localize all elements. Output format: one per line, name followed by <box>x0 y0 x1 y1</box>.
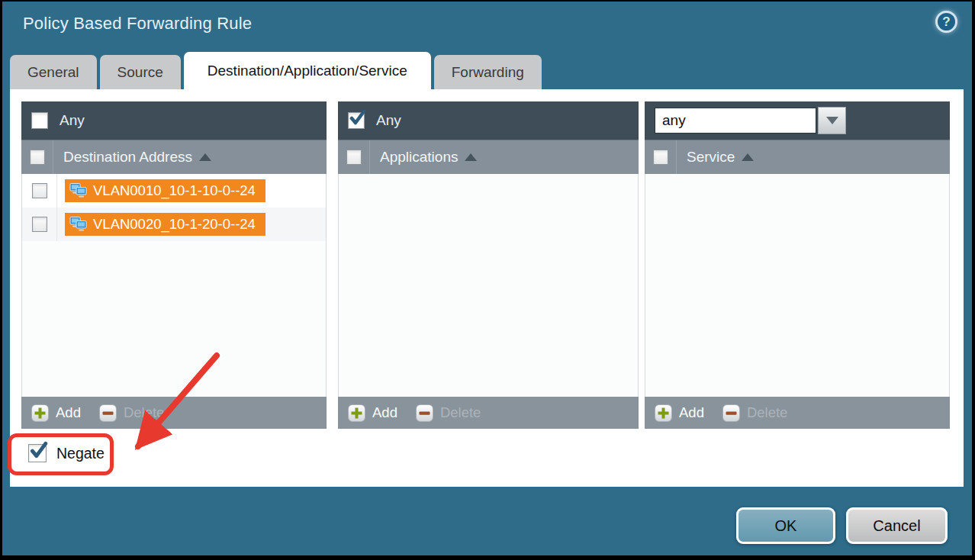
address-object-label: VLAN0020_10-1-20-0--24 <box>93 216 256 233</box>
address-object-label: VLAN0010_10-1-10-0--24 <box>93 182 256 199</box>
tab-content-panel: Any Destination Address VLAN0010_10-1-10… <box>10 89 964 487</box>
cancel-button[interactable]: Cancel <box>846 507 948 544</box>
sort-asc-icon[interactable] <box>199 153 211 161</box>
delete-icon <box>722 404 740 422</box>
applications-any-label: Any <box>376 112 401 129</box>
applications-column: Any Applications Add Delete <box>338 101 639 429</box>
row-checkbox[interactable] <box>32 217 47 232</box>
destination-column-header: Destination Address <box>21 140 327 174</box>
service-select-all-checkbox[interactable] <box>653 150 668 165</box>
destination-select-all-checkbox[interactable] <box>30 150 45 165</box>
policy-based-forwarding-dialog: Policy Based Forwarding Rule ? General S… <box>2 2 972 555</box>
tab-source[interactable]: Source <box>100 55 181 89</box>
delete-button-label: Delete <box>747 404 787 421</box>
tab-forwarding[interactable]: Forwarding <box>434 55 542 89</box>
tab-bar: General Source Destination/Application/S… <box>10 52 542 89</box>
delete-button-label: Delete <box>124 404 164 421</box>
delete-icon <box>99 404 117 422</box>
tab-destination-application-service[interactable]: Destination/Application/Service <box>184 52 431 89</box>
destination-action-bar: Add Delete <box>21 397 327 429</box>
service-dropdown-value[interactable]: any <box>655 108 816 134</box>
add-icon <box>31 404 49 422</box>
service-delete-button[interactable]: Delete <box>722 404 787 422</box>
add-button-label: Add <box>679 404 704 421</box>
destination-any-label: Any <box>60 112 85 129</box>
add-button-label: Add <box>56 404 81 421</box>
negate-checkbox[interactable] <box>28 444 47 462</box>
dropdown-arrow-button[interactable] <box>818 107 846 134</box>
service-list <box>645 174 950 397</box>
ok-button[interactable]: OK <box>736 507 835 544</box>
applications-list <box>338 174 639 397</box>
applications-any-checkbox[interactable] <box>348 112 365 129</box>
help-icon[interactable]: ? <box>935 11 957 33</box>
destination-address-column: Any Destination Address VLAN0010_10-1-10… <box>21 101 327 429</box>
sort-asc-icon[interactable] <box>742 153 754 161</box>
destination-delete-button[interactable]: Delete <box>99 404 164 422</box>
service-column: any Service Add <box>645 101 950 429</box>
sort-asc-icon[interactable] <box>465 153 477 161</box>
checkmark-icon <box>348 108 366 127</box>
row-checkbox[interactable] <box>32 183 47 198</box>
add-icon <box>655 404 672 422</box>
applications-column-header: Applications <box>338 140 639 174</box>
destination-header-label: Destination Address <box>63 149 192 166</box>
address-group-icon <box>69 183 88 198</box>
table-row[interactable]: VLAN0010_10-1-10-0--24 <box>22 174 326 208</box>
delete-button-label: Delete <box>440 404 481 421</box>
service-dropdown[interactable]: any <box>655 107 846 134</box>
service-header-label: Service <box>687 149 735 166</box>
applications-select-all-checkbox[interactable] <box>346 150 362 165</box>
destination-any-checkbox[interactable] <box>31 112 48 129</box>
applications-header-label: Applications <box>380 149 458 166</box>
service-add-button[interactable]: Add <box>655 404 704 422</box>
service-column-header: Service <box>645 140 950 174</box>
add-icon <box>348 404 365 422</box>
chevron-down-icon <box>826 117 838 124</box>
applications-delete-button[interactable]: Delete <box>416 404 481 422</box>
negate-label: Negate <box>56 445 105 462</box>
delete-icon <box>416 404 433 422</box>
tab-general[interactable]: General <box>10 55 97 89</box>
negate-row: Negate <box>28 444 105 462</box>
dialog-title: Policy Based Forwarding Rule <box>23 14 252 34</box>
service-action-bar: Add Delete <box>645 397 950 429</box>
applications-any-row: Any <box>338 101 639 140</box>
destination-any-row: Any <box>21 101 327 140</box>
address-object-chip[interactable]: VLAN0020_10-1-20-0--24 <box>65 213 265 236</box>
address-object-chip[interactable]: VLAN0010_10-1-10-0--24 <box>65 179 265 202</box>
service-any-row: any <box>645 101 950 140</box>
address-group-icon <box>69 217 88 232</box>
destination-add-button[interactable]: Add <box>31 404 81 422</box>
add-button-label: Add <box>372 404 397 421</box>
checkmark-icon <box>28 440 48 460</box>
applications-action-bar: Add Delete <box>338 397 639 429</box>
applications-add-button[interactable]: Add <box>348 404 397 422</box>
destination-list: VLAN0010_10-1-10-0--24 VLAN0020_10-1-20-… <box>21 174 327 397</box>
table-row[interactable]: VLAN0020_10-1-20-0--24 <box>22 208 326 241</box>
